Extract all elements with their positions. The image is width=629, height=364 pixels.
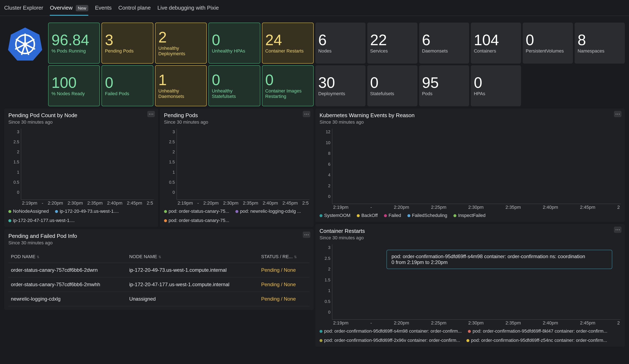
cell-node: ip-172-20-49-73.us-west-1.compute.intern… [127,263,259,277]
count-card[interactable]: 104 Containers [471,23,521,64]
health-card[interactable]: 96.84 % Pods Running [48,23,100,64]
card-value: 0 [212,32,257,47]
health-card[interactable]: 100 % Nodes Ready [48,65,100,106]
panel-pending-pods: Pending Pods Since 30 minutes ago ⋯ 32.5… [160,108,314,227]
card-value: 2 [158,30,203,45]
card-label: Pending Pods [105,48,150,54]
count-card[interactable]: 95 Pods [419,65,469,106]
card-value: 8 [578,32,622,47]
legend-item[interactable]: InspectFailed [454,213,485,218]
health-card[interactable]: 3 Pending Pods [102,23,153,64]
cell-pod: order-status-canary-757cdf6bb6-2mwhh [8,277,127,292]
health-card[interactable]: 2 Unhealthy Deployments [155,23,207,64]
panel-title: Pending Pod Count by Node [8,112,154,119]
panel-title: Pending and Failed Pod Info [8,233,310,239]
health-card[interactable]: 1 Unhealthy Daemonsets [155,65,207,106]
card-value: 3 [105,32,150,47]
health-card[interactable]: 0 Container Images Restarting [262,65,314,106]
panel-more-icon[interactable]: ⋯ [614,227,622,233]
card-label: Unhealthy Statefulsets [212,88,257,99]
y-axis: 121086420 [319,129,332,204]
card-value: 30 [318,75,363,90]
legend-item[interactable]: Failed [384,213,401,218]
panel-container-restarts: Container Restarts Since 30 minutes ago … [315,224,625,347]
legend-item[interactable]: FailedScheduling [407,213,447,218]
card-label: % Nodes Ready [51,91,96,97]
panel-more-icon[interactable]: ⋯ [303,111,310,117]
chart-legend: SystemOOMBackOffFailedFailedSchedulingIn… [319,213,621,218]
column-header[interactable]: POD NAME⇅ [8,251,127,263]
column-header[interactable]: STATUS / RE...⇅ [259,251,310,263]
y-axis: 32.521.510.50 [8,129,21,200]
card-label: PersistentVolumes [526,48,570,54]
health-card[interactable]: 0 Unhealthy HPAs [208,23,260,64]
legend-item[interactable]: pod: order-confirmation-95dfd69ff-z54nc … [467,338,607,343]
legend-item[interactable]: pod: order-confirmation-95dfd69ff-8kl47 … [468,328,607,334]
legend-item[interactable]: BackOff [357,213,378,218]
panel-pending-pod-count-by-node: Pending Pod Count by Node Since 30 minut… [4,108,158,227]
nav-live-debugging[interactable]: Live debugging with Pixie [157,0,219,16]
tooltip-line-1: pod: order-confirmation-95dfd69ff-s4m98 … [392,253,607,259]
count-card[interactable]: 22 Services [367,23,417,64]
card-value: 0 [474,75,518,90]
chart-plot[interactable]: 2:19pm-2:20pm2:25pm2:30pm2:35pm2:40pm2:4… [332,129,621,204]
legend-item[interactable]: pod: order-status-canary-75... [164,209,229,214]
legend-item[interactable]: ip-172-20-47-177.us-west-1.... [8,218,75,223]
card-value: 95 [422,75,467,90]
cell-node: Unassigned [127,292,259,306]
chart-plot[interactable]: 2:19pm-2:20pm2:30pm2:35pm2:40pm2:45pm2:5 [21,129,154,200]
card-label: Unhealthy Daemonsets [158,88,203,99]
count-card[interactable]: 0 Statefulsets [367,65,417,106]
legend-item[interactable]: pod: order-confirmation-95dfd69ff-2x96v … [319,338,460,343]
cell-pod: newrelic-logging-cdxlg [8,292,127,306]
table-row[interactable]: order-status-canary-757cdf6bb6-2dwrn ip-… [8,263,310,277]
nav-new-badge: New [76,5,88,11]
health-card[interactable]: 24 Container Restarts [262,23,314,64]
count-card[interactable]: 8 Namespaces [575,23,625,64]
count-card[interactable]: 6 Daemonsets [419,23,469,64]
legend-item[interactable]: pod: newrelic-logging-cdxlg ... [235,209,301,214]
x-axis: 2:19pm-2:20pm2:30pm2:35pm2:40pm2:45pm2:5 [177,200,310,206]
cell-status: Pending / None [259,263,310,277]
count-card[interactable]: 6 Nodes [315,23,366,64]
health-cards-grid: 96.84 % Pods Running3 Pending Pods2 Unhe… [48,23,314,106]
legend-item[interactable]: pod: order-status-canary-75... [164,218,229,223]
column-header[interactable]: NODE NAME⇅ [127,251,259,263]
card-label: Container Restarts [265,48,310,54]
health-card[interactable]: 0 Failed Pods [102,65,153,106]
card-value: 96.84 [51,32,96,47]
nav-overview[interactable]: Overview New [50,0,88,16]
table-row[interactable]: order-status-canary-757cdf6bb6-2mwhh ip-… [8,277,310,292]
x-axis: 2:19pm-2:20pm2:30pm2:35pm2:40pm2:45pm2:5 [21,200,154,206]
table-row[interactable]: newrelic-logging-cdxlg Unassigned Pendin… [8,292,310,306]
chart-plot[interactable]: 2:19pm-2:20pm2:30pm2:35pm2:40pm2:45pm2:5 [177,129,310,200]
cell-status: Pending / None [259,292,310,306]
panel-title: Pending Pods [164,112,310,119]
legend-item[interactable]: NoNodeAssigned [8,209,49,214]
count-card[interactable]: 0 PersistentVolumes [523,23,573,64]
legend-item[interactable]: SystemOOM [319,213,350,218]
top-nav: Cluster Explorer Overview New Events Con… [0,0,629,16]
panel-since: Since 30 minutes ago [319,120,621,125]
count-card[interactable]: 30 Deployments [315,65,366,106]
nav-cluster-explorer[interactable]: Cluster Explorer [4,0,43,16]
panel-since: Since 30 minutes ago [8,240,310,245]
x-axis: 2:19pm-2:20pm2:25pm2:30pm2:35pm2:40pm2:4… [332,205,621,210]
panel-more-icon[interactable]: ⋯ [303,232,310,238]
card-value: 100 [51,75,96,90]
card-value: 6 [422,32,467,47]
health-card[interactable]: 0 Unhealthy Statefulsets [208,65,260,106]
card-value: 6 [318,32,363,47]
legend-item[interactable]: pod: order-confirmation-95dfd69ff-s4m98 … [319,328,462,334]
panel-more-icon[interactable]: ⋯ [147,111,155,117]
chart-tooltip: pod: order-confirmation-95dfd69ff-s4m98 … [386,250,612,269]
panel-since: Since 30 minutes ago [319,235,621,241]
x-axis: 2:19pm-2:20pm2:25pm2:30pm2:35pm2:40pm2:4… [332,320,621,326]
card-label: Nodes [318,48,363,54]
nav-control-plane[interactable]: Control plane [118,0,151,16]
count-card[interactable]: 0 HPAs [471,65,521,106]
svg-point-9 [23,42,27,46]
legend-item[interactable]: ip-172-20-49-73.us-west-1.... [55,209,119,214]
nav-events[interactable]: Events [95,0,112,16]
panel-more-icon[interactable]: ⋯ [614,111,622,117]
